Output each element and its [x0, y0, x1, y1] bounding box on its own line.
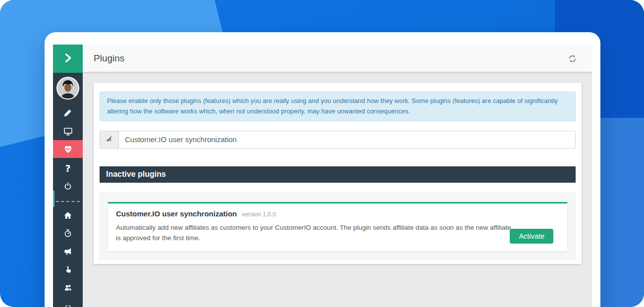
hand-pointer-icon — [64, 265, 72, 274]
main-background: Please enable only those plugins (featur… — [83, 72, 592, 307]
app-window-card: ? — [45, 32, 600, 307]
sidebar-toggle-button[interactable] — [53, 45, 83, 73]
sidebar-item-help[interactable]: ? — [53, 159, 83, 177]
plugin-version: version 1.0.0 — [242, 211, 276, 218]
sidebar-item-users[interactable] — [53, 278, 83, 296]
sidebar-item-timer[interactable] — [53, 224, 83, 242]
filter-icon — [106, 135, 113, 144]
sidebar-divider — [56, 201, 80, 202]
plugins-panel: Please enable only those plugins (featur… — [94, 83, 582, 264]
app-area: ? — [53, 45, 592, 307]
chevron-right-icon — [62, 52, 74, 66]
sidebar-item-home[interactable] — [53, 206, 83, 224]
inactive-plugins-title: Inactive plugins — [106, 170, 166, 179]
info-alert: Please enable only those plugins (featur… — [100, 92, 576, 121]
users-icon — [63, 283, 73, 292]
sidebar-item-pointer[interactable] — [53, 260, 83, 278]
sidebar-scrollbar[interactable] — [53, 191, 54, 207]
content-area: Plugins Please enable only those plugins… — [83, 45, 592, 307]
screenshot-stage: ? — [0, 0, 644, 307]
plugin-card: Customer.IO user synchronization version… — [108, 202, 567, 252]
question-icon: ? — [65, 163, 70, 174]
sidebar-item-power[interactable] — [53, 177, 83, 195]
inactive-plugins-section: Customer.IO user synchronization version… — [100, 193, 576, 260]
sidebar-item-desktop[interactable] — [53, 122, 83, 140]
plugin-description: Automatically add new affiliates as cust… — [116, 222, 512, 244]
heartbeat-icon — [63, 145, 73, 154]
inactive-plugins-header: Inactive plugins — [100, 166, 576, 183]
power-icon — [63, 182, 72, 191]
sidebar: ? — [53, 45, 83, 307]
partial-bottom-icon — [63, 301, 72, 307]
page-header: Plugins — [83, 45, 592, 72]
pencil-icon — [63, 108, 72, 117]
plugin-name: Customer.IO user synchronization — [116, 209, 237, 218]
stopwatch-icon — [63, 229, 72, 238]
sidebar-item-partial[interactable] — [53, 296, 83, 307]
megaphone-icon — [63, 247, 72, 256]
search-addon — [100, 131, 118, 149]
monitor-icon — [63, 127, 73, 136]
refresh-button[interactable] — [566, 52, 578, 64]
avatar[interactable] — [56, 77, 79, 100]
activate-button[interactable]: Activate — [510, 229, 553, 244]
page-title: Plugins — [94, 53, 124, 64]
plugin-card-header: Customer.IO user synchronization version… — [116, 209, 559, 218]
plugin-search-group — [100, 131, 576, 149]
home-icon — [63, 211, 72, 220]
sidebar-item-edit[interactable] — [53, 104, 83, 122]
sidebar-item-plugins-active[interactable] — [53, 140, 83, 158]
sidebar-item-announcements[interactable] — [53, 243, 83, 260]
plugin-search-input[interactable] — [118, 131, 576, 149]
